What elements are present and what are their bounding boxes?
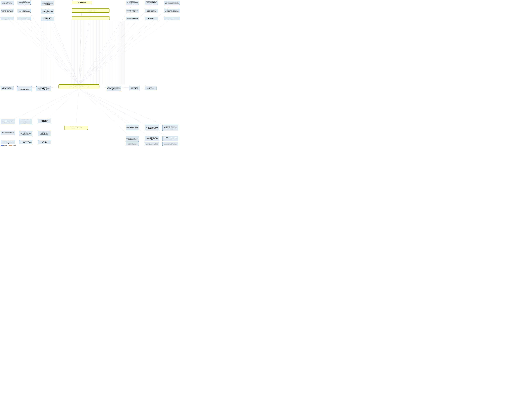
node-title-connected-vehicle-roadside: Connected Vehicle Roadside Equipment Mob…	[37, 88, 50, 90]
svg-line-20	[79, 19, 172, 84]
node-category-micro-mobility: Micro Mobility Operators	[3, 2, 11, 3]
node-category-caltrans-website: Caltrans District 11	[132, 87, 138, 88]
node-pronto-card[interactable]: PRONTO Card	[145, 17, 158, 20]
svg-line-30	[76, 89, 79, 126]
svg-line-19	[79, 19, 151, 84]
svg-line-12	[79, 11, 151, 84]
node-sandag-vehicle-fleet[interactable]: SANDAGSANDAG Connected Vehicle Fleet	[1, 140, 15, 144]
node-category-scrra: Southern California Regional Rail Author…	[82, 9, 99, 10]
node-sandag-etoll[interactable]: SANDAGSANDAGs Electronic Tolling Adminis…	[19, 131, 32, 136]
node-title-sd-traffic-mgmt: San Diego Traffic Management Centers	[39, 133, 51, 135]
svg-line-18	[79, 19, 132, 84]
node-private-sector-probe[interactable]: Private Sector Probe Information Pro.Pri…	[107, 86, 121, 91]
node-commercial-fleet-mgmt[interactable]: Commercial Fleet Management	[38, 119, 51, 123]
diagram-container: Micro Mobility OperatorsMicro Mobility S…	[0, 0, 181, 147]
node-micro-mobility[interactable]: Micro Mobility OperatorsMicro Mobility S…	[1, 1, 14, 5]
node-sd-curbside-area[interactable]: San Diego City Curbside AreaSan Diego Ci…	[162, 125, 178, 131]
node-title-sd-city-curb-parking: San Diego City Curb Parking Management C…	[126, 138, 139, 140]
node-mts-control[interactable]: Metropolitan Transit System (MTS)MTS Cen…	[145, 1, 158, 5]
svg-line-36	[79, 89, 170, 138]
node-public-private-traveler[interactable]: Public Private Several ProvidersPublic P…	[164, 9, 180, 13]
node-nctd-doc[interactable]: North County Transit District (NCTD)NCTD…	[126, 9, 139, 13]
node-sandag-tic[interactable]: SANDAGSANDAG TIC and Website	[17, 9, 31, 13]
node-title-sd-connected-vehicle: San Diego Connected Vehicle Roadside Equ…	[1, 120, 15, 123]
svg-line-31	[79, 89, 132, 128]
node-level2-public-trams[interactable]: Level 2 Cities in San DiegoLevel 2 Citie…	[162, 142, 178, 146]
node-title-private-sector-probe: Private Sector Probe Information Systems	[107, 88, 121, 90]
node-sandag-virtual-tmc[interactable]: SANDAGSANDAG Virtual TMCs	[164, 17, 180, 20]
node-level2-connected-vehicle[interactable]: Level 2 Cities Connected Vehicle Roadsid…	[17, 86, 32, 91]
node-connected-vehicle-roadside[interactable]: Caltrans District 11Connected Vehicle Ro…	[36, 86, 51, 91]
node-driver[interactable]: Driver	[72, 16, 110, 20]
legend-line-1	[1, 145, 4, 146]
node-level2-curbside-parking[interactable]: Level 2 Cities Curbside Parking Area Equ…	[162, 136, 178, 141]
node-category-sd-convention: San Diego Convention and Visitors B.	[1, 10, 14, 11]
node-commercial-vehicles[interactable]: Private Commercial CarriersCommercial Ve…	[145, 9, 158, 13]
node-category-nctd-info: North County Transit District (NCTD)	[166, 2, 178, 3]
node-city-sd-admin[interactable]: City of San DiegoSan Diego Payment Admin…	[126, 1, 139, 5]
node-title-caltrans-website: Caltrans Website	[131, 88, 138, 89]
node-nctd-info[interactable]: North County Transit District (NCTD)NCTD…	[164, 1, 180, 5]
node-county-tmc[interactable]: San Diego CountyCounty TMC	[38, 140, 51, 144]
node-category-connected-vehicle-roadside: Caltrans District 11	[40, 87, 47, 88]
legend-item-2: Routing	[9, 145, 16, 146]
node-title-level2-connected-vehicle: Level 2 Cities Connected Vehicle Roadsid…	[18, 88, 31, 90]
node-category-tnc: Transportation Network Corporation F.	[41, 9, 54, 11]
legend-line-2	[9, 145, 12, 146]
node-scrra[interactable]: Southern California Regional Rail Author…	[72, 8, 110, 13]
node-nctd-flir-dispatch[interactable]: North County Transit District (NCTD)NCTD…	[145, 142, 159, 146]
node-tnc[interactable]: Transportation Network Corporation F.Tra…	[41, 9, 54, 14]
node-level2-curb-mgmt[interactable]: Level 2 Cities Curb Parking Management C…	[145, 125, 159, 131]
node-title-sd-curbside-area: San Diego City Curbside Area Equipment	[163, 127, 178, 129]
node-title-sandag-virtual-tmc: SANDAG Virtual TMCs	[167, 19, 177, 20]
node-title-public-private-traveler: Public Private Traveler Information	[164, 11, 179, 12]
node-travelers[interactable]: TravelersUser Personal Information Devic…	[17, 1, 31, 5]
node-category-mts-control: Metropolitan Transit System (MTS)	[146, 1, 157, 2]
node-category-sandag-vehicle-fleet: SANDAG	[7, 141, 9, 142]
node-mts-transit-dispatch[interactable]: Metropolitan Transit System (MTS)MTS Tra…	[64, 126, 88, 130]
svg-line-27	[8, 89, 79, 121]
node-category-caltrans-511-intermodal: Caltrans District 11	[23, 141, 29, 142]
node-sandag-511[interactable]: SANDAG511 SD System	[145, 86, 156, 90]
node-city-sd-web[interactable]: City of San DiegoSan Diego TIC and Websi…	[17, 17, 31, 20]
node-title-private-vehicles: Private Vehicles	[4, 19, 11, 20]
node-title-toll-ops-committee: Toll Reconciliation Clearinghouse	[19, 121, 32, 124]
node-title-commercial-vehicles: Commercial Vehicles	[147, 11, 156, 12]
node-public-private-car-share[interactable]: Public Private Car SharePublic Private C…	[1, 86, 14, 90]
node-title-sd-parking-enforcement: San Diego Parking Enforcement Systems	[126, 143, 139, 145]
node-caltrans-website[interactable]: Caltrans District 11Caltrans Website	[129, 86, 140, 90]
node-caltrans-511-intermodal[interactable]: Caltrans District 11Caltrans 511 Intermo…	[19, 140, 32, 144]
node-sandag-parking[interactable]: SANDAGSANDAG Regional Parking Management	[41, 1, 54, 6]
node-private-vehicles[interactable]: TravelersPrivate Vehicles	[1, 17, 14, 20]
legend: Parking Routing	[1, 145, 16, 146]
node-title-level2-cities-web: Level 2 Cities TIC and Websites	[41, 18, 54, 20]
node-category-sandag-parking: SANDAG	[46, 2, 49, 3]
node-category-private-vehicles: Travelers	[6, 17, 9, 18]
node-map-update[interactable]: Map Update System	[72, 1, 92, 4]
node-sd-convention[interactable]: San Diego Convention and Visitors B.Trav…	[1, 9, 14, 13]
node-main-system[interactable]: Public / Private Parking ManagementPubli…	[59, 84, 100, 89]
node-personal-payment[interactable]: Personal Payment Device	[126, 17, 139, 20]
legend-item-1: Parking	[1, 145, 7, 146]
node-toll-ops-committee[interactable]: Caltrans Toll Operations Committee B.Tol…	[19, 119, 32, 124]
svg-line-17	[79, 18, 91, 84]
svg-line-16	[47, 19, 79, 84]
node-category-city-sd-web: City of San Diego	[21, 17, 27, 18]
node-level2-fleet-vehicles[interactable]: Level 2 Cities Fleet Vehicles	[126, 125, 139, 130]
node-category-toll-ops-committee: Caltrans Toll Operations Committee B.	[19, 120, 32, 121]
node-category-level2-cities-web: Level 2 Cities in San Diego	[43, 17, 52, 18]
node-level2-cities-web[interactable]: Level 2 Cities in San DiegoLevel 2 Citie…	[41, 17, 54, 21]
node-fleet-mgmt[interactable]: Fleet Management Systems	[1, 131, 15, 135]
node-sd-city-curb-parking[interactable]: San Diego City Curb Parking Management C…	[126, 136, 139, 142]
node-category-sandag-511: SANDAG	[149, 87, 152, 88]
node-sd-traffic-mgmt[interactable]: City of San DiegoSan Diego Traffic Manag…	[38, 131, 51, 136]
svg-line-34	[79, 89, 132, 139]
node-level2-cities-traffic[interactable]: Level 2 Cities in San DiegoLevel 2 Citie…	[145, 136, 159, 141]
node-title-tnc: Trans Network Comp (TNC) Centers	[41, 11, 54, 13]
node-title-city-sd-web: San Diego TIC and Website	[18, 19, 30, 20]
node-sd-connected-vehicle[interactable]: San Diego Connected Vehicle Roadside Equ…	[1, 119, 15, 124]
node-title-nctd-doc: NCTD - DOC	[130, 11, 135, 12]
node-sd-parking-enforcement[interactable]: San Diego Parking Enforcement Systems	[126, 142, 139, 146]
node-title-county-tmc: County TMC	[42, 142, 47, 143]
node-title-travelers: User Personal Information Devices	[18, 2, 30, 4]
